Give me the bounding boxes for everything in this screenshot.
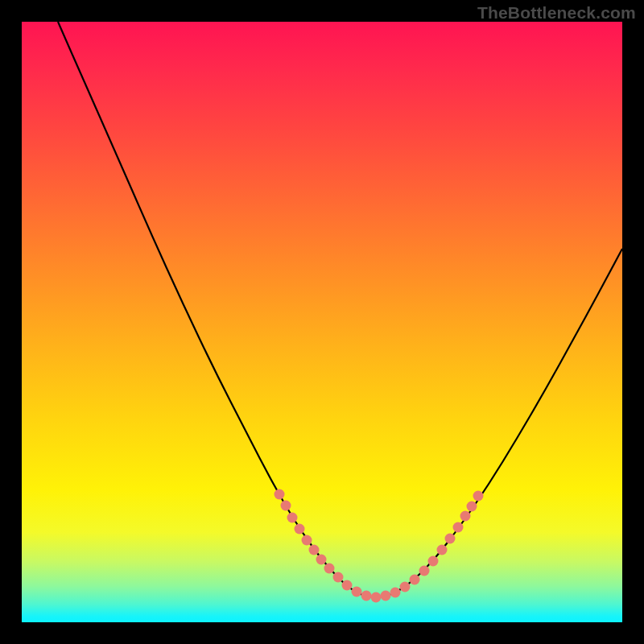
highlight-dot	[324, 564, 335, 574]
highlight-dot	[445, 534, 456, 544]
highlight-dot	[342, 580, 353, 591]
highlight-dot	[333, 572, 344, 583]
highlight-dot	[473, 491, 484, 502]
watermark-text: TheBottleneck.com	[477, 3, 636, 23]
highlight-dot	[381, 591, 391, 601]
highlight-dot	[316, 555, 327, 565]
highlight-dot	[390, 588, 401, 598]
highlight-dot	[295, 524, 305, 535]
chart-svg	[22, 22, 622, 622]
bottleneck-curve	[58, 22, 622, 597]
highlight-dot	[352, 587, 362, 597]
highlight-dot	[281, 501, 291, 511]
highlight-dot	[428, 556, 439, 567]
highlight-dot	[410, 575, 420, 585]
highlight-dot	[275, 489, 285, 500]
chart-frame	[22, 22, 622, 622]
highlight-dot	[371, 592, 382, 603]
highlight-dot	[400, 582, 411, 592]
highlight-dot	[309, 545, 320, 555]
highlight-dots-group	[275, 489, 484, 603]
highlight-dot	[287, 513, 298, 523]
highlight-dot	[460, 511, 471, 522]
highlight-dot	[437, 545, 448, 555]
highlight-dot	[302, 535, 312, 546]
highlight-dot	[419, 566, 430, 576]
highlight-dot	[467, 502, 477, 512]
highlight-dot	[453, 522, 464, 533]
highlight-dot	[361, 591, 372, 601]
